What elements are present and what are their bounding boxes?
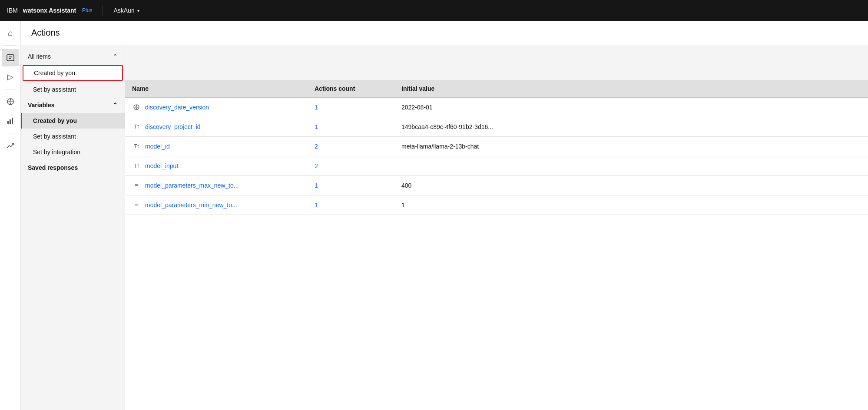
- text-type-icon: Tт: [132, 143, 141, 149]
- cell-name-content: ¹²³ model_parameters_max_new_to...: [132, 182, 301, 189]
- brand: IBM watsonx Assistant Plus: [7, 7, 92, 14]
- main-content: Actions All items Created by you Set by …: [21, 21, 868, 410]
- topbar-divider: [103, 5, 103, 16]
- svg-rect-7: [12, 118, 13, 124]
- svg-rect-5: [7, 121, 9, 124]
- integrations-icon[interactable]: [2, 93, 19, 110]
- table-row: discovery_date_version 1 2022-08-01: [125, 98, 868, 117]
- number-type-icon: ¹²³: [132, 203, 141, 208]
- cell-name: discovery_date_version: [125, 98, 308, 117]
- col-header-name: Name: [125, 80, 308, 98]
- analytics-icon[interactable]: [2, 112, 19, 129]
- content-area: All items Created by you Set by assistan…: [21, 45, 868, 410]
- page-title: Actions: [31, 28, 858, 38]
- cell-name: Tт model_input: [125, 156, 308, 176]
- sidebar-item-set-by-assistant-top[interactable]: Set by assistant: [21, 82, 125, 97]
- row-1-count[interactable]: 1: [315, 104, 318, 111]
- table-row: Tт model_input 2: [125, 156, 868, 176]
- cell-actions-count: 1: [308, 176, 394, 195]
- cell-name: ¹²³ model_parameters_min_new_to...: [125, 195, 308, 215]
- row-6-name-link[interactable]: model_parameters_min_new_to...: [145, 202, 237, 208]
- rail-divider-3: [3, 133, 17, 133]
- cell-initial-value: 2022-08-01: [394, 98, 868, 117]
- svg-rect-6: [10, 119, 11, 124]
- cell-actions-count: 1: [308, 98, 394, 117]
- row-6-count[interactable]: 1: [315, 202, 318, 208]
- brand-ibm: IBM: [7, 7, 18, 14]
- sidebar-item-set-by-assistant[interactable]: Set by assistant: [21, 129, 125, 144]
- number-type-icon: ¹²³: [132, 183, 141, 188]
- brand-product: watsonx Assistant: [23, 7, 76, 14]
- cell-name-content: Tт model_id: [132, 143, 301, 150]
- variables-label: Variables: [28, 102, 55, 109]
- table-body: discovery_date_version 1 2022-08-01: [125, 98, 868, 215]
- table-row: ¹²³ model_parameters_min_new_to... 1 1: [125, 195, 868, 215]
- rail-divider-2: [3, 89, 17, 89]
- sidebar-item-set-by-integration[interactable]: Set by integration: [21, 144, 125, 160]
- page-header: Actions: [21, 21, 868, 45]
- home-icon[interactable]: ⌂: [2, 24, 19, 42]
- variables-chevron-icon: [113, 102, 118, 109]
- page-layout: ⌂ ▷: [0, 21, 868, 410]
- workspace-chevron-icon: ▾: [137, 8, 139, 13]
- row-2-name-link[interactable]: discovery_project_id: [145, 123, 201, 130]
- cell-name-content: discovery_date_version: [132, 104, 301, 111]
- cell-name-content: Tт discovery_project_id: [132, 123, 301, 130]
- cell-name-content: ¹²³ model_parameters_min_new_to...: [132, 202, 301, 208]
- table-row: Tт discovery_project_id 1 149bcaa4-c89c-…: [125, 117, 868, 137]
- cell-actions-count: 2: [308, 156, 394, 176]
- row-4-count[interactable]: 2: [315, 162, 318, 169]
- row-1-name-link[interactable]: discovery_date_version: [145, 104, 209, 111]
- row-4-name-link[interactable]: model_input: [145, 162, 178, 169]
- col-header-initial-value: Initial value: [394, 80, 868, 98]
- row-5-name-link[interactable]: model_parameters_max_new_to...: [145, 182, 239, 189]
- cell-initial-value: 400: [394, 176, 868, 195]
- cell-name: ¹²³ model_parameters_max_new_to...: [125, 176, 308, 195]
- table-row: ¹²³ model_parameters_max_new_to... 1 400: [125, 176, 868, 195]
- cell-name: Tт model_id: [125, 137, 308, 156]
- cell-name-content: Tт model_input: [132, 162, 301, 169]
- table-spacer: [125, 45, 868, 80]
- data-table: Name Actions count Initial value: [125, 80, 868, 215]
- row-2-count[interactable]: 1: [315, 123, 318, 130]
- cell-name: Tт discovery_project_id: [125, 117, 308, 137]
- cell-actions-count: 1: [308, 117, 394, 137]
- col-header-actions-count: Actions count: [308, 80, 394, 98]
- cell-actions-count: 1: [308, 195, 394, 215]
- table-header-row: Name Actions count Initial value: [125, 80, 868, 98]
- saved-responses-label: Saved responses: [28, 164, 78, 171]
- sidebar-section-saved-responses[interactable]: Saved responses: [21, 160, 125, 175]
- growth-icon[interactable]: [2, 137, 19, 154]
- cell-initial-value: meta-llama/llama-2-13b-chat: [394, 137, 868, 156]
- row-3-count[interactable]: 2: [315, 143, 318, 150]
- all-items-label: All items: [28, 53, 51, 60]
- cell-initial-value: 1: [394, 195, 868, 215]
- cell-actions-count: 2: [308, 137, 394, 156]
- text-type-icon: Tт: [132, 163, 141, 169]
- globe-icon: [132, 104, 141, 111]
- svg-rect-0: [7, 55, 14, 61]
- text-type-icon: Tт: [132, 124, 141, 130]
- actions-icon[interactable]: [2, 49, 19, 66]
- cell-initial-value: [394, 156, 868, 176]
- rail-divider-1: [3, 45, 17, 46]
- cell-initial-value: 149bcaa4-c89c-4f60-91b2-3d16...: [394, 117, 868, 137]
- icon-rail: ⌂ ▷: [0, 21, 21, 410]
- sidebar-section-all-items[interactable]: All items: [21, 49, 125, 64]
- sidebar: All items Created by you Set by assistan…: [21, 45, 125, 410]
- row-3-name-link[interactable]: model_id: [145, 143, 170, 150]
- workspace-name: AskAuri: [113, 7, 134, 14]
- trigger-icon[interactable]: ▷: [2, 68, 19, 86]
- table-header: Name Actions count Initial value: [125, 80, 868, 98]
- topbar: IBM watsonx Assistant Plus AskAuri ▾: [0, 0, 868, 21]
- brand-tier: Plus: [82, 7, 92, 13]
- all-items-chevron-icon: [113, 53, 118, 60]
- sidebar-section-variables[interactable]: Variables: [21, 97, 125, 113]
- workspace-selector[interactable]: AskAuri ▾: [113, 7, 139, 14]
- row-5-count[interactable]: 1: [315, 182, 318, 189]
- sidebar-item-created-by-you[interactable]: Created by you: [21, 113, 125, 129]
- sidebar-item-created-by-you-top[interactable]: Created by you: [23, 65, 123, 81]
- table-row: Tт model_id 2 meta-llama/llama-2-13b-cha…: [125, 137, 868, 156]
- table-area: Name Actions count Initial value: [125, 45, 868, 410]
